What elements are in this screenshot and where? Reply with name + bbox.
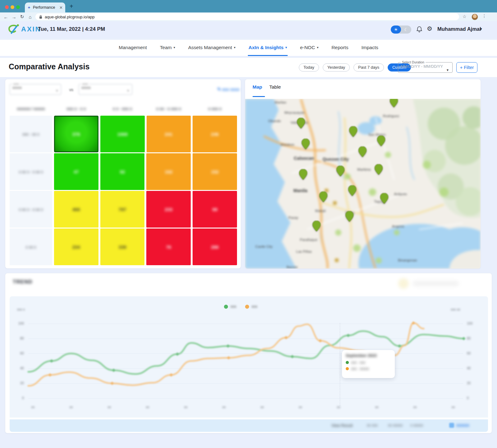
range-pill-today[interactable]: Today [299,63,319,72]
reload-icon[interactable]: ↻ [18,14,26,20]
range-pill-yesterday[interactable]: Yesterday [323,63,350,72]
back-icon[interactable]: ← [2,14,10,20]
map-pin-icon[interactable] [380,193,388,204]
heatmap-cell[interactable]: 76 [146,229,191,265]
heatmap-cell[interactable]: 92 [100,153,145,190]
window-minimize-button[interactable] [11,5,14,9]
nav-item-e-noc[interactable]: e-NOC▾ [299,40,319,56]
heatmap-cell-value: 466 [72,207,80,212]
user-menu-name[interactable]: Muhammad Ajmal [437,26,481,32]
map-pin-icon[interactable] [349,126,357,137]
heatmap-cell[interactable]: 286 [193,229,237,265]
chevron-down-icon: ▾ [317,46,318,49]
edit-link[interactable]: ✎ xxx xxxx [207,87,239,92]
quick-range-group: TodayYesterdayPast 7 daysCustom [299,63,411,72]
nav-item-team[interactable]: Team▾ [159,40,176,56]
chevron-down-icon: ▼ [56,89,58,92]
footer-range-item[interactable]: x xxxxx [410,423,423,427]
heatmap-cell[interactable]: 241 [147,116,191,152]
tab-close-icon[interactable]: ✕ [59,5,63,10]
map-pin-icon[interactable] [299,169,307,180]
heatmap-row-label: x xx x - x xx x [10,153,52,190]
heatmap-cell-value: 152 [211,169,219,174]
browser-profile-avatar[interactable] [472,14,478,20]
tab-map[interactable]: Map [253,84,262,90]
map-pin-icon[interactable] [375,164,383,175]
address-bar[interactable]: aque-global.plcgroup.io/app [35,13,459,20]
footer-range-item[interactable]: xx xxxxx [388,423,403,427]
settings-gear-icon[interactable]: ⚙ [427,25,432,32]
heatmap-cell[interactable]: 1068 [100,116,145,152]
map-pin-icon[interactable] [312,221,321,231]
map-pin-icon[interactable] [319,192,327,202]
footer-active-chip [449,423,454,428]
map-pin-icon[interactable] [390,99,398,107]
column-header-text: x x - xxx x [113,106,132,111]
heatmap-cell[interactable]: 234 [54,229,98,265]
compare-select-2[interactable]: xxxx xxxxx ▼ [79,82,132,95]
heatmap-cell[interactable]: 246 [193,116,237,152]
heatmap-cell[interactable]: 98 [193,191,237,228]
nav-item-management[interactable]: Management [118,40,147,56]
active-tab-underline [253,96,265,97]
compare-select-1[interactable]: xxxx xxxxx ▼ [10,82,61,95]
browser-tab[interactable]: ✦ Performance ✕ [25,2,65,12]
chevron-down-icon: ▾ [234,46,235,49]
heatmap-column-header: xxxxxx / xxxxx [10,102,52,115]
heatmap-cell[interactable]: 339 [100,229,145,265]
map-pin-icon[interactable] [377,136,385,146]
window-zoom-button[interactable] [16,5,20,9]
new-tab-button[interactable]: + [70,3,73,9]
nav-item-axin-insights[interactable]: AxIn & Insights▾ [248,40,288,56]
trend-panel: TREND xxx x xxx xx xxxxxx 10010080806060… [5,273,492,433]
notification-bell-icon[interactable] [416,26,422,33]
heatmap-cell-value: 76 [166,244,171,250]
nav-item-label: Reports [331,45,348,50]
heatmap-cell[interactable]: 376 [54,116,98,152]
nav-item-assets-management[interactable]: Assets Management▾ [188,40,236,56]
map-pin-icon[interactable] [348,185,356,196]
row-label-text: x xx x [26,245,36,249]
footer-left-link[interactable]: View Result [320,423,364,428]
heatmap-column-header: x xx - x xxx x [146,102,191,115]
footer-active-item[interactable]: xxxxxx [456,423,469,427]
heatmap-row: x xx x - x xx x46678723398 [10,191,237,228]
nav-item-reports[interactable]: Reports [331,40,349,56]
tab-title: Performance [33,5,57,10]
bookmark-star-icon[interactable]: ☆ [463,14,467,19]
heatmap-cell[interactable]: 162 [146,153,191,190]
map-canvas[interactable]: MarilaoMeycauayanObandoValenzuelaRodrigu… [245,99,481,269]
row-label-text: x xx x - x xx x [19,207,43,212]
select-duration-field[interactable]: Select Duration MM/DD/YY - MM/DD/YY ▼ [398,60,453,73]
map-pin-icon[interactable] [345,211,353,222]
range-pill-past-7-days[interactable]: Past 7 days [353,63,384,72]
forward-icon[interactable]: → [10,14,18,20]
trend-chart-canvas[interactable] [10,296,488,418]
tooltip-row: xxx : xxx [346,360,391,365]
map-pin-icon[interactable] [336,166,344,176]
heatmap-cell-value: 246 [211,132,219,137]
home-icon[interactable]: ⌂ [26,14,34,20]
nav-item-label: Impacts [361,45,378,50]
heatmap-cell[interactable]: 233 [146,191,191,228]
vs-label: vs [69,87,73,92]
heatmap-cell[interactable]: 787 [100,191,145,228]
user-menu-caret-icon[interactable]: ▼ [479,27,483,31]
map-pin-icon[interactable] [358,146,367,157]
nav-item-impacts[interactable]: Impacts [361,40,379,56]
footer-range-item[interactable]: xx xxx [367,423,378,427]
heatmap-cell[interactable]: 152 [193,153,237,190]
dark-mode-moon-icon[interactable]: ☾ [401,25,411,34]
theme-toggle[interactable]: ☀ ☾ [391,25,411,34]
window-close-button[interactable] [5,5,9,9]
light-mode-sun-icon[interactable]: ☀ [391,25,401,34]
browser-menu-icon[interactable]: ⋮ [482,13,486,18]
tooltip-series-dot-icon [346,361,349,364]
heatmap-cell[interactable]: 466 [54,191,98,228]
map-pin-icon[interactable] [302,139,310,149]
filter-button[interactable]: + Filter [456,62,477,73]
tab-table[interactable]: Table [269,84,281,90]
heatmap-cell-value: 241 [165,132,172,137]
map-pin-icon[interactable] [297,118,305,128]
heatmap-cell[interactable]: 47 [54,153,98,190]
